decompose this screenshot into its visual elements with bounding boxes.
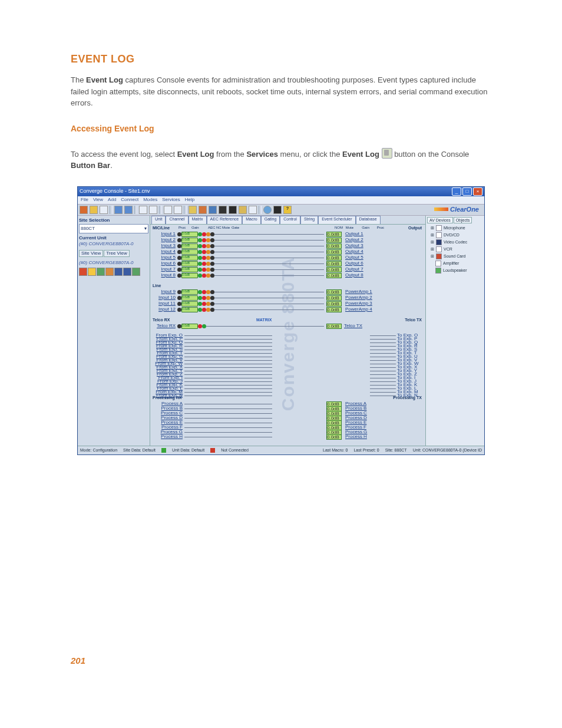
gain-pill[interactable]: 0.0dB (326, 307, 342, 312)
toolbar-icon[interactable] (209, 206, 217, 214)
current-unit-link[interactable]: (#0) CONVERGE880TA-0 (79, 242, 148, 246)
aec-icon[interactable] (198, 250, 202, 254)
toolbar-icon[interactable] (139, 206, 147, 214)
tree-label[interactable]: Microphone (444, 226, 465, 230)
mute-icon[interactable] (202, 290, 206, 294)
mute-icon[interactable] (202, 296, 206, 300)
gain-pill[interactable]: 0.0dB (181, 232, 198, 237)
aec-icon[interactable] (198, 308, 202, 312)
aec-icon[interactable] (198, 290, 202, 294)
gain-pill[interactable]: 0.0dB (326, 243, 342, 249)
gain-pill[interactable]: 0.0dB (181, 289, 198, 295)
gain-pill[interactable]: 0.0dB (326, 434, 342, 440)
gain-pill[interactable]: 0.0dB (326, 289, 342, 295)
node-icon[interactable] (210, 296, 214, 300)
output-link[interactable]: Output 3 (345, 243, 423, 248)
mute-icon[interactable] (202, 268, 206, 272)
tree-label[interactable]: VCR (444, 247, 452, 251)
proc-icon[interactable] (177, 324, 181, 328)
output-link[interactable]: Output 2 (345, 238, 423, 242)
menu-services[interactable]: Services (162, 197, 180, 202)
menu-connect[interactable]: Connect (121, 197, 138, 202)
expand-icon[interactable]: ⊞ (431, 226, 434, 230)
node-icon[interactable] (210, 274, 214, 278)
mute-icon[interactable] (202, 238, 206, 242)
toolbar-icon[interactable] (90, 206, 98, 214)
output-link[interactable]: Output 1 (345, 232, 423, 236)
toolbar-icon[interactable] (189, 206, 197, 214)
output-link[interactable]: Output 6 (345, 261, 423, 266)
toolbar-icon[interactable] (80, 206, 88, 214)
gate-icon[interactable] (206, 250, 210, 254)
node-icon[interactable] (210, 268, 214, 272)
unit-chip-icon[interactable] (123, 268, 131, 276)
power-amp-link[interactable]: PowerAmp 2 (345, 295, 423, 300)
menu-view[interactable]: View (93, 197, 103, 202)
aec-icon[interactable] (198, 268, 202, 272)
tab-gating[interactable]: Gating (261, 216, 280, 224)
nc-icon[interactable] (202, 324, 206, 328)
process-link[interactable]: Process H (345, 434, 423, 439)
tree-unit-link[interactable]: (#0) CONVERGE880TA-0 (79, 261, 148, 265)
expand-icon[interactable]: ⊞ (431, 247, 434, 251)
proc-icon[interactable] (177, 238, 181, 242)
tree-label[interactable]: DVD/CD (444, 233, 459, 237)
tab-matrix[interactable]: Matrix (189, 216, 207, 224)
gate-icon[interactable] (206, 238, 210, 242)
node-icon[interactable] (210, 250, 214, 254)
proc-icon[interactable] (177, 296, 181, 300)
node-icon[interactable] (210, 290, 214, 294)
window-minimize-icon[interactable]: _ (452, 187, 461, 196)
line-input-link[interactable]: Input 9 (153, 289, 176, 294)
node-icon[interactable] (210, 302, 214, 306)
proc-icon[interactable] (177, 262, 181, 266)
unit-chip-icon[interactable] (88, 268, 96, 276)
gain-pill[interactable]: 0.0dB (326, 324, 342, 329)
line-input-link[interactable]: Input 12 (153, 307, 176, 312)
event-log-icon[interactable] (219, 206, 227, 214)
window-close-icon[interactable]: × (473, 187, 482, 196)
mute-icon[interactable] (198, 324, 202, 328)
proc-icon[interactable] (177, 274, 181, 278)
gain-pill[interactable]: 0.0dB (181, 324, 198, 329)
mic-input-link[interactable]: Input 7 (153, 267, 176, 272)
tree-label[interactable]: Video Codec (444, 240, 467, 244)
mute-icon[interactable] (202, 232, 206, 236)
gate-icon[interactable] (206, 262, 210, 266)
toolbar-icon[interactable] (124, 206, 133, 214)
proc-icon[interactable] (177, 250, 181, 254)
mic-input-link[interactable]: Input 5 (153, 255, 176, 260)
tree-label[interactable]: Amplifier (443, 261, 459, 265)
toolbar-icon[interactable] (149, 206, 157, 214)
gate-icon[interactable] (206, 308, 210, 312)
tab-event-scheduler[interactable]: Event Scheduler (318, 216, 355, 224)
aec-icon[interactable] (198, 256, 202, 260)
gain-pill[interactable]: 0.0dB (181, 273, 198, 278)
tree-label[interactable]: Sound Card (444, 254, 465, 258)
toolbar-icon[interactable] (263, 206, 272, 214)
gain-pill[interactable]: 0.0dB (326, 255, 342, 261)
aec-icon[interactable] (198, 244, 202, 248)
tab-string[interactable]: String (300, 216, 318, 224)
gain-pill[interactable]: 0.0dB (181, 301, 198, 307)
proc-icon[interactable] (177, 290, 181, 294)
gate-icon[interactable] (206, 296, 210, 300)
tab-objects[interactable]: Objects (454, 217, 472, 223)
gate-icon[interactable] (206, 268, 210, 272)
unit-chip-icon[interactable] (79, 268, 87, 276)
unit-chip-icon[interactable] (132, 268, 140, 276)
gain-pill[interactable]: 0.0dB (181, 307, 198, 312)
gain-pill[interactable]: 0.0dB (181, 295, 198, 301)
tab-aec-reference[interactable]: AEC Reference (207, 216, 243, 224)
aec-icon[interactable] (198, 296, 202, 300)
tab-av-devices[interactable]: AV Devices (427, 217, 453, 223)
menu-file[interactable]: File (81, 197, 88, 202)
tree-label[interactable]: Loudspeaker (443, 268, 467, 272)
gain-pill[interactable]: 0.0dB (181, 243, 198, 249)
gain-pill[interactable]: 0.0dB (326, 232, 342, 237)
tab-site-view[interactable]: Site View (79, 250, 103, 257)
unit-chip-icon[interactable] (97, 268, 105, 276)
output-link[interactable]: Output 4 (345, 249, 423, 254)
mute-icon[interactable] (202, 308, 206, 312)
toolbar-icon[interactable] (273, 206, 282, 214)
